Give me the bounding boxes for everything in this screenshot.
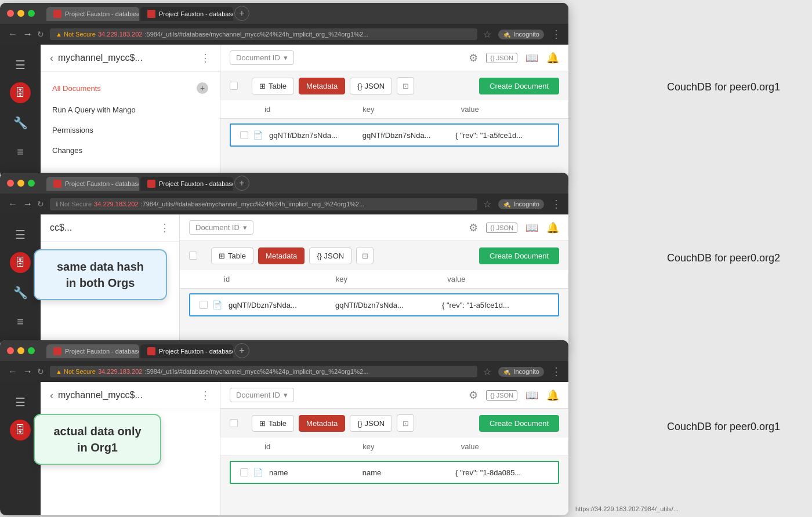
new-tab-button-2[interactable]: + bbox=[234, 176, 249, 191]
tooltip-actual-data: actual data onlyin Org1 bbox=[34, 414, 161, 465]
json-badge-1[interactable]: {} JSON bbox=[486, 53, 517, 63]
close-button-1[interactable] bbox=[7, 10, 14, 17]
add-document-btn-1[interactable]: + bbox=[197, 82, 208, 94]
bookmark-icon-3[interactable]: ☆ bbox=[483, 366, 491, 377]
table-row-3-0[interactable]: 📄 name name { "rev": "1-8da085... bbox=[230, 461, 559, 484]
json-view-btn-3[interactable]: {} JSON bbox=[350, 415, 392, 432]
db-more-btn-2[interactable]: ⋮ bbox=[160, 221, 170, 234]
sidebar-docs-2[interactable]: ≡ bbox=[0, 307, 41, 336]
create-doc-btn-3[interactable]: Create Document bbox=[479, 415, 559, 432]
expand-btn-2[interactable]: ⊡ bbox=[356, 247, 374, 264]
row-checkbox-3-0[interactable] bbox=[240, 468, 248, 476]
db-more-btn-3[interactable]: ⋮ bbox=[200, 389, 211, 402]
book-icon-1[interactable]: 📖 bbox=[525, 52, 538, 64]
metadata-view-btn-2[interactable]: Metadata bbox=[258, 247, 304, 264]
tab-inactive-1[interactable]: Project Fauxton - database/myc... × bbox=[46, 7, 139, 21]
checkbox-1[interactable] bbox=[230, 82, 238, 90]
tab-inactive-2[interactable]: Project Fauxton - database/myc... × bbox=[46, 177, 139, 191]
bell-icon-2[interactable]: 🔔 bbox=[546, 221, 559, 234]
sidebar-tools-1[interactable]: 🔧 bbox=[0, 108, 41, 137]
maximize-button-1[interactable] bbox=[28, 10, 35, 17]
address-bar-2[interactable]: ℹ Not Secure 34.229.183.202 :7984/_utils… bbox=[50, 198, 477, 210]
security-warning-3: ▲ Not Secure bbox=[56, 368, 96, 375]
table-row-2-0[interactable]: 📄 gqNTf/Dbzn7sNda... gqNTf/Dbzn7sNda... … bbox=[189, 293, 559, 316]
table-view-btn-1[interactable]: ⊞ Table bbox=[252, 78, 294, 94]
sidebar-db-icon-1[interactable]: 🗄 bbox=[0, 79, 41, 108]
db-back-btn-1[interactable]: ‹ bbox=[50, 52, 53, 64]
forward-nav-2[interactable]: → bbox=[22, 199, 34, 209]
browser-more-2[interactable]: ⋮ bbox=[551, 198, 561, 210]
table-view-btn-3[interactable]: ⊞ Table bbox=[252, 415, 294, 432]
row-checkbox-1-0[interactable] bbox=[240, 131, 248, 139]
select-all-check-3[interactable] bbox=[230, 419, 247, 427]
sidebar-toggle-3[interactable]: ☰ bbox=[0, 388, 41, 417]
browser-more-3[interactable]: ⋮ bbox=[551, 365, 561, 378]
checkbox-2[interactable] bbox=[189, 252, 197, 260]
sidebar-toggle-1[interactable]: ☰ bbox=[0, 50, 41, 79]
create-doc-btn-1[interactable]: Create Document bbox=[479, 78, 559, 94]
close-button-3[interactable] bbox=[7, 347, 14, 354]
metadata-view-btn-3[interactable]: Metadata bbox=[299, 415, 345, 432]
address-bar-3[interactable]: ▲ Not Secure 34.229.183.202 :5984/_utils… bbox=[50, 366, 477, 377]
json-view-btn-1[interactable]: {} JSON bbox=[350, 78, 392, 94]
bell-icon-1[interactable]: 🔔 bbox=[546, 52, 559, 64]
settings-icon-1[interactable]: ⚙ bbox=[469, 52, 478, 64]
sidebar-toggle-2[interactable]: ☰ bbox=[0, 220, 41, 249]
address-url-host-3: 34.229.183.202 bbox=[98, 368, 142, 375]
checkbox-3[interactable] bbox=[230, 419, 238, 427]
refresh-btn-2[interactable]: ↻ bbox=[37, 199, 44, 209]
tab-active-3[interactable]: Project Fauxton - database/myc... × bbox=[140, 344, 233, 358]
doc-id-select-3[interactable]: Document ID ▾ bbox=[230, 388, 294, 402]
json-badge-3[interactable]: {} JSON bbox=[486, 390, 517, 401]
db-back-btn-3[interactable]: ‹ bbox=[50, 389, 53, 402]
nav-permissions-1[interactable]: Permissions bbox=[41, 120, 220, 140]
json-badge-2[interactable]: {} JSON bbox=[486, 223, 517, 233]
table-view-btn-2[interactable]: ⊞ Table bbox=[211, 247, 253, 264]
forward-nav-1[interactable]: → bbox=[22, 29, 34, 39]
nav-mango-query-1[interactable]: Run A Query with Mango bbox=[41, 100, 220, 120]
nav-changes-1[interactable]: Changes bbox=[41, 140, 220, 161]
tab-inactive-3[interactable]: Project Fauxton - database/myc... × bbox=[46, 344, 139, 358]
expand-btn-3[interactable]: ⊡ bbox=[397, 414, 414, 432]
new-tab-button-1[interactable]: + bbox=[234, 6, 249, 21]
doc-id-select-1[interactable]: Document ID ▾ bbox=[230, 50, 294, 65]
select-all-check-2[interactable] bbox=[189, 252, 206, 260]
minimize-button-1[interactable] bbox=[17, 10, 24, 17]
new-tab-button-3[interactable]: + bbox=[234, 343, 249, 358]
back-nav-3[interactable]: ← bbox=[7, 366, 19, 377]
create-doc-btn-2[interactable]: Create Document bbox=[479, 247, 559, 264]
minimize-button-3[interactable] bbox=[17, 347, 24, 354]
th-value-3: value bbox=[461, 442, 559, 451]
select-all-check-1[interactable] bbox=[230, 82, 247, 90]
refresh-btn-1[interactable]: ↻ bbox=[37, 30, 44, 39]
nav-all-documents-1[interactable]: All Documents + bbox=[41, 77, 220, 100]
address-bar-1[interactable]: ▲ Not Secure 34.229.183.202 :5984/_utils… bbox=[50, 28, 477, 40]
json-view-btn-2[interactable]: {} JSON bbox=[309, 247, 351, 264]
table-row-1-0[interactable]: 📄 gqNTf/Dbzn7sNda... gqNTf/Dbzn7sNda... … bbox=[230, 123, 559, 147]
table-header-2: id key value bbox=[180, 270, 568, 289]
maximize-button-3[interactable] bbox=[28, 347, 35, 354]
refresh-btn-3[interactable]: ↻ bbox=[37, 367, 44, 376]
settings-icon-2[interactable]: ⚙ bbox=[469, 221, 478, 234]
settings-icon-3[interactable]: ⚙ bbox=[469, 389, 478, 402]
tab-active-2[interactable]: Project Fauxton - database/myc... × bbox=[140, 177, 233, 191]
maximize-button-2[interactable] bbox=[28, 180, 35, 187]
bookmark-icon-1[interactable]: ☆ bbox=[483, 29, 491, 40]
book-icon-2[interactable]: 📖 bbox=[525, 221, 538, 234]
book-icon-3[interactable]: 📖 bbox=[525, 389, 538, 402]
bell-icon-3[interactable]: 🔔 bbox=[546, 389, 559, 402]
expand-btn-1[interactable]: ⊡ bbox=[397, 77, 414, 94]
back-nav-2[interactable]: ← bbox=[7, 199, 19, 209]
metadata-view-btn-1[interactable]: Metadata bbox=[299, 78, 345, 94]
browser-more-1[interactable]: ⋮ bbox=[551, 28, 561, 41]
tab-active-1[interactable]: Project Fauxton - database/myc... × bbox=[140, 7, 233, 21]
row-checkbox-2-0[interactable] bbox=[200, 301, 208, 309]
back-nav-1[interactable]: ← bbox=[7, 29, 19, 39]
doc-id-select-2[interactable]: Document ID ▾ bbox=[189, 220, 253, 235]
close-button-2[interactable] bbox=[7, 180, 14, 187]
forward-nav-3[interactable]: → bbox=[22, 366, 34, 377]
minimize-button-2[interactable] bbox=[17, 180, 24, 187]
sidebar-docs-1[interactable]: ≡ bbox=[0, 137, 41, 166]
bookmark-icon-2[interactable]: ☆ bbox=[483, 199, 491, 210]
db-more-btn-1[interactable]: ⋮ bbox=[200, 52, 211, 64]
